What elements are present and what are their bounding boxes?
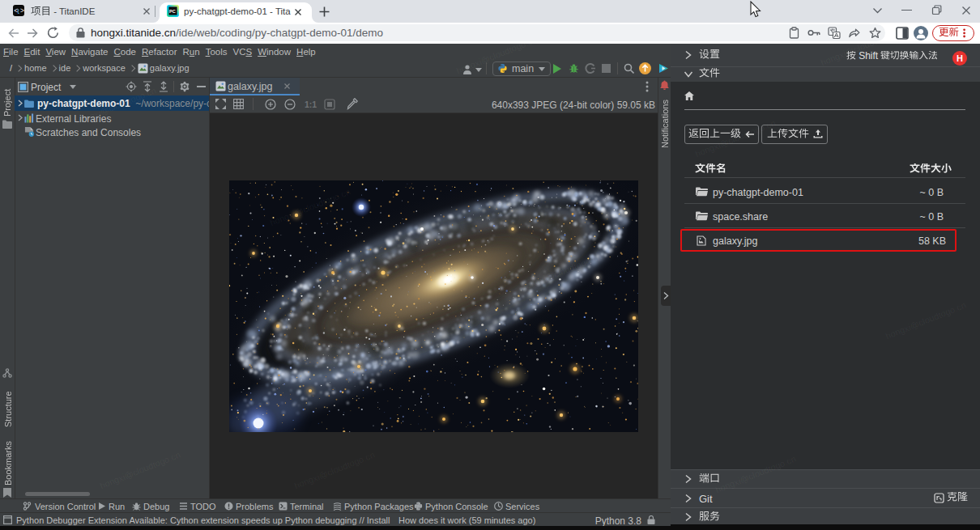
svg-text:>: > xyxy=(20,6,24,15)
svg-text:PC: PC xyxy=(169,9,176,14)
